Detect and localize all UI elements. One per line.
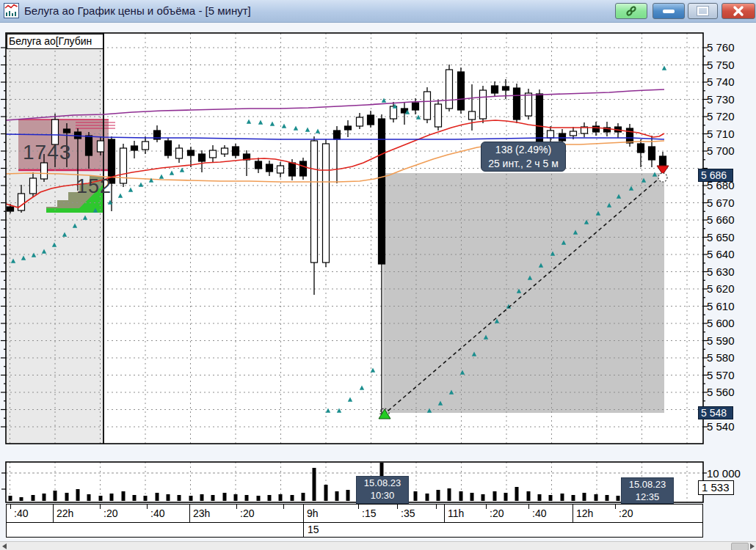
window-title: Белуга ао График цены и объёма - [5 мину… xyxy=(24,4,251,17)
price-tick-label: 5 630 xyxy=(707,266,735,278)
volume-axis-label: 10 000 xyxy=(707,467,741,480)
time-label: :20 xyxy=(240,508,254,518)
time-axis-separator xyxy=(53,504,54,523)
time-label: 11h xyxy=(448,508,464,518)
chart-canvas[interactable] xyxy=(0,0,756,550)
depth-buy-volume: 152 xyxy=(76,175,112,198)
time-axis-tick xyxy=(436,505,437,509)
time-axis-row2 xyxy=(6,522,703,538)
time-label: 12h xyxy=(576,508,593,518)
price-tick-label: 5 750 xyxy=(707,59,735,71)
chain-link-icon xyxy=(624,4,639,18)
time-label: :35 xyxy=(401,508,415,518)
time-label: :15 xyxy=(362,508,376,518)
series-label: Белуга ао[Глубин xyxy=(7,34,103,49)
measure-tooltip: 138 (2.49%) 25 инт., 2 ч 5 м xyxy=(481,142,566,172)
price-tick-label: 5 740 xyxy=(707,76,735,88)
time-axis-tick xyxy=(358,505,359,509)
time-label: :40 xyxy=(150,508,164,518)
link-button[interactable] xyxy=(615,3,647,19)
time-axis-separator xyxy=(189,504,190,523)
time-label: 23h xyxy=(193,508,210,518)
time-axis-tick xyxy=(147,505,148,509)
time-axis-tick xyxy=(283,505,284,509)
price-tick-label: 5 540 xyxy=(707,421,735,433)
time-axis-separator xyxy=(303,522,304,538)
tooltip-intervals: 25 инт., 2 ч 5 м xyxy=(481,157,565,171)
date-marker-right-date: 15.08.23 xyxy=(622,478,673,491)
price-tick-label: 5 710 xyxy=(707,128,735,140)
volume-current-value: 1 533 xyxy=(698,480,734,495)
title-bar[interactable]: Белуга ао График цены и объёма - [5 мину… xyxy=(0,0,756,23)
price-tick-label: 5 560 xyxy=(707,386,735,398)
time-label: :20 xyxy=(103,508,117,518)
price-tick-label: 5 760 xyxy=(707,42,735,54)
time-row2-label: 15 xyxy=(308,524,319,535)
time-axis-separator xyxy=(444,504,445,523)
price-tick-label: 5 580 xyxy=(707,352,735,364)
price-tick-label: 5 620 xyxy=(707,283,735,295)
minimize-icon xyxy=(663,10,675,13)
price-highlight-lower: 5 548 xyxy=(698,406,733,419)
price-tick-label: 5 600 xyxy=(707,318,735,329)
date-marker-right-time: 12:35 xyxy=(622,491,673,503)
horizontal-scrollbar[interactable] xyxy=(0,541,756,550)
restore-icon xyxy=(697,7,708,15)
time-axis-tick xyxy=(397,505,398,509)
restore-button[interactable] xyxy=(688,3,718,19)
time-label: :20 xyxy=(619,508,633,518)
scroll-left-arrow[interactable] xyxy=(2,543,7,549)
time-axis-separator xyxy=(573,504,573,523)
price-tick-label: 5 660 xyxy=(707,214,735,226)
scroll-right-arrow[interactable] xyxy=(750,543,755,549)
price-tick-label: 5 720 xyxy=(707,111,735,122)
price-tick-label: 5 640 xyxy=(707,249,735,260)
date-marker-left-time: 10:30 xyxy=(357,489,408,502)
window-chart-icon xyxy=(4,3,19,18)
time-axis-separator xyxy=(303,504,304,523)
trading-app-window: { "window": { "title": "Белуга ао График… xyxy=(0,0,756,550)
time-axis-tick xyxy=(10,505,11,509)
time-label: :20 xyxy=(490,508,504,518)
time-axis-tick xyxy=(100,505,101,509)
minimize-button[interactable] xyxy=(653,3,685,19)
time-label: 22h xyxy=(57,508,73,518)
date-marker-left: 15.08.23 10:30 xyxy=(356,476,409,504)
date-marker-right: 15.08.23 12:35 xyxy=(621,477,674,504)
depth-sell-volume: 1743 xyxy=(23,141,71,164)
price-tick-label: 5 730 xyxy=(707,94,735,106)
time-label: 9h xyxy=(307,508,319,518)
time-label: :40 xyxy=(14,508,28,518)
price-tick-label: 5 590 xyxy=(707,335,735,347)
price-tick-label: 5 610 xyxy=(707,301,735,312)
time-axis-tick xyxy=(486,505,487,509)
time-axis-tick xyxy=(528,505,529,509)
price-tick-label: 5 670 xyxy=(707,197,735,209)
time-label: :40 xyxy=(532,508,546,518)
price-tick-label: 5 650 xyxy=(707,232,735,243)
price-highlight-upper: 5 686 xyxy=(698,169,733,182)
time-axis-tick xyxy=(236,505,237,509)
price-tick-label: 5 700 xyxy=(707,145,735,157)
price-tick-label: 5 570 xyxy=(707,370,735,381)
date-marker-left-date: 15.08.23 xyxy=(357,477,408,489)
tooltip-change: 138 (2.49%) xyxy=(481,143,565,157)
close-button[interactable] xyxy=(722,3,755,19)
scrollbar-thumb[interactable] xyxy=(731,543,749,550)
close-icon xyxy=(732,4,745,18)
time-axis-tick xyxy=(615,505,616,509)
